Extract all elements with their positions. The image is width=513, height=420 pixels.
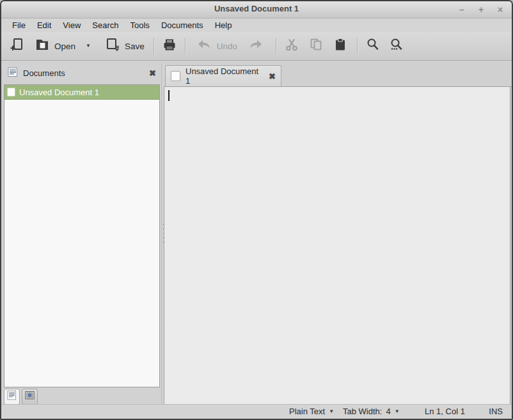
undo-label: Undo xyxy=(217,42,237,51)
copy-button[interactable] xyxy=(308,37,324,55)
new-document-icon xyxy=(9,37,24,55)
sidebar-header: Documents ✖ xyxy=(3,63,161,84)
menu-tools[interactable]: Tools xyxy=(125,19,155,31)
minimize-icon[interactable]: – xyxy=(457,4,467,15)
toolbar-separator xyxy=(154,38,154,54)
sidebar-mode-toggles xyxy=(4,389,38,405)
save-icon xyxy=(105,37,120,55)
sidebar-close-icon[interactable]: ✖ xyxy=(149,69,156,77)
menu-view[interactable]: View xyxy=(57,19,86,31)
titlebar[interactable]: Unsaved Document 1 – + × xyxy=(1,1,512,19)
insert-mode-indicator: INS xyxy=(489,407,503,416)
open-button[interactable]: Open ▼ xyxy=(35,37,91,55)
documents-list-icon xyxy=(8,67,18,80)
new-document-button[interactable] xyxy=(9,37,24,55)
tab-width-label: Tab Width: xyxy=(343,407,382,416)
toolbar: Open ▼ Save xyxy=(1,32,512,61)
open-folder-icon xyxy=(35,37,50,55)
paste-button[interactable] xyxy=(333,37,348,55)
open-label: Open xyxy=(54,42,75,51)
documents-panel-toggle-button[interactable] xyxy=(4,389,20,405)
copy-icon xyxy=(308,37,324,55)
tab-close-icon[interactable]: ✖ xyxy=(269,72,276,81)
language-label: Plain Text xyxy=(289,407,325,416)
undo-button[interactable]: Undo xyxy=(196,38,237,54)
menu-search[interactable]: Search xyxy=(86,19,124,31)
tab-unsaved-document-1[interactable]: Unsaved Document 1 ✖ xyxy=(165,65,281,86)
cut-button[interactable] xyxy=(284,37,299,55)
tab-width-selector[interactable]: Tab Width: 4 ▼ xyxy=(343,407,400,416)
document-list-item[interactable]: Unsaved Document 1 xyxy=(4,85,159,100)
save-button[interactable]: Save xyxy=(105,37,145,55)
statusbar: Plain Text ▼ Tab Width: 4 ▼ Ln 1, Col 1 … xyxy=(1,404,512,419)
menu-documents[interactable]: Documents xyxy=(155,19,209,31)
document-item-label: Unsaved Document 1 xyxy=(19,88,99,97)
close-icon[interactable]: × xyxy=(495,4,505,15)
save-label: Save xyxy=(125,42,145,51)
menubar: File Edit View Search Tools Documents He… xyxy=(1,19,512,32)
documents-panel[interactable]: Unsaved Document 1 xyxy=(4,84,160,387)
tab-width-value: 4 xyxy=(386,407,390,416)
window-title: Unsaved Document 1 xyxy=(1,4,512,13)
tab-page-icon xyxy=(171,71,180,81)
language-selector[interactable]: Plain Text ▼ xyxy=(289,407,334,416)
search-icon xyxy=(365,37,381,55)
text-cursor xyxy=(168,90,170,101)
print-icon xyxy=(162,37,177,55)
text-editor-area[interactable] xyxy=(164,86,510,405)
open-dropdown-icon[interactable]: ▼ xyxy=(86,43,91,49)
window-controls: – + × xyxy=(457,1,505,18)
print-button[interactable] xyxy=(162,37,177,55)
sidebar-title: Documents xyxy=(23,68,144,78)
replace-button[interactable] xyxy=(389,37,404,55)
redo-button[interactable] xyxy=(248,38,264,54)
toolbar-separator xyxy=(185,38,185,54)
tab-bar: Unsaved Document 1 ✖ xyxy=(164,63,512,87)
cursor-position-indicator: Ln 1, Col 1 xyxy=(425,407,465,416)
app-window: Unsaved Document 1 – + × File Edit View … xyxy=(0,0,513,420)
search-replace-icon xyxy=(389,37,404,55)
redo-icon xyxy=(248,38,264,54)
toolbar-separator xyxy=(357,38,358,54)
file-browser-icon xyxy=(25,391,35,403)
undo-icon xyxy=(196,38,212,54)
document-page-icon xyxy=(7,88,15,97)
tab-width-dropdown-icon: ▼ xyxy=(395,409,400,414)
toolbar-separator xyxy=(276,38,276,54)
file-browser-toggle-button[interactable] xyxy=(22,389,38,405)
documents-view-icon xyxy=(7,391,17,403)
language-dropdown-icon: ▼ xyxy=(329,409,334,414)
menu-help[interactable]: Help xyxy=(209,19,238,31)
menu-edit[interactable]: Edit xyxy=(31,19,57,31)
find-button[interactable] xyxy=(365,37,381,55)
paste-clipboard-icon xyxy=(333,37,348,55)
tab-label: Unsaved Document 1 xyxy=(185,66,264,86)
cut-scissors-icon xyxy=(284,37,299,55)
maximize-icon[interactable]: + xyxy=(476,4,486,15)
menu-file[interactable]: File xyxy=(6,19,31,31)
